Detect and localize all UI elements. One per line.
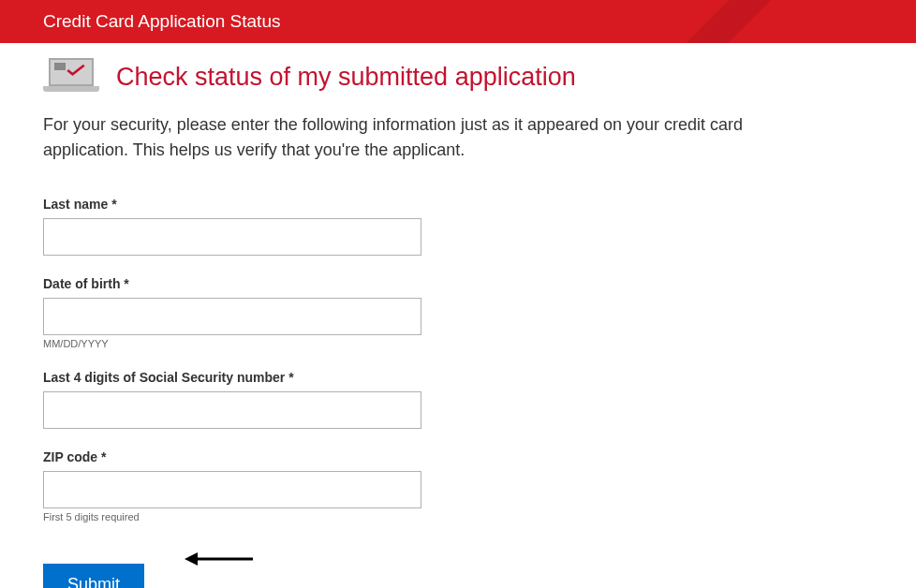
field-last-name: Last name * — [43, 197, 873, 256]
zip-label: ZIP code * — [43, 449, 873, 464]
header-bar: Credit Card Application Status — [0, 0, 916, 43]
last-name-label: Last name * — [43, 197, 873, 212]
main-content: Check status of my submitted application… — [0, 43, 916, 588]
dob-hint: MM/DD/YYYY — [43, 338, 873, 349]
laptop-check-icon — [43, 58, 99, 96]
field-dob: Date of birth * MM/DD/YYYY — [43, 276, 873, 349]
intro-text: For your security, please enter the foll… — [43, 112, 792, 163]
dob-label: Date of birth * — [43, 276, 873, 291]
field-ssn: Last 4 digits of Social Security number … — [43, 370, 873, 429]
zip-input[interactable] — [43, 471, 421, 508]
page-heading-row: Check status of my submitted application — [43, 58, 873, 96]
zip-hint: First 5 digits required — [43, 511, 873, 522]
field-zip: ZIP code * First 5 digits required — [43, 449, 873, 522]
page-heading: Check status of my submitted application — [116, 63, 576, 92]
header-title: Credit Card Application Status — [43, 11, 280, 32]
ssn-input[interactable] — [43, 391, 421, 429]
dob-input[interactable] — [43, 298, 421, 335]
submit-button[interactable]: Submit — [43, 564, 144, 588]
last-name-input[interactable] — [43, 218, 421, 256]
status-form: Last name * Date of birth * MM/DD/YYYY L… — [43, 197, 873, 588]
ssn-label: Last 4 digits of Social Security number … — [43, 370, 873, 385]
